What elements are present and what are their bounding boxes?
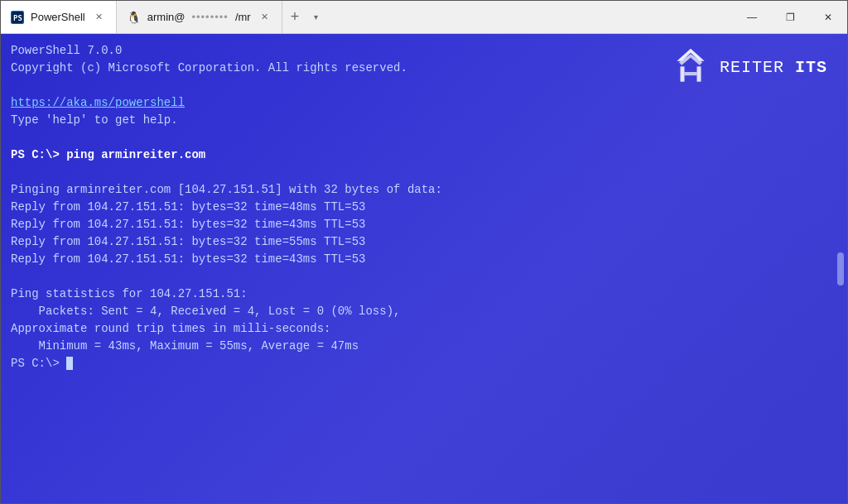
- line-reply-3: Reply from 104.27.151.51: bytes=32 time=…: [11, 233, 837, 251]
- tab-powershell-label: PowerShell: [31, 11, 85, 23]
- window-controls: — ❐ ✕: [733, 1, 847, 33]
- terminal-cursor: [66, 357, 73, 370]
- linux-icon: 🐧: [127, 11, 141, 24]
- titlebar: PS PowerShell ✕ 🐧 armin@ •••••••• /mr ✕ …: [1, 1, 847, 34]
- tab-linux-path: /mr: [235, 11, 251, 23]
- maximize-icon: ❐: [786, 12, 795, 23]
- line-blank-3: [11, 164, 837, 181]
- maximize-button[interactable]: ❐: [771, 1, 809, 33]
- tab-linux-masked: ••••••••: [191, 11, 228, 23]
- terminal[interactable]: REITER ITS PowerShell 7.0.0 Copyright (c…: [1, 34, 847, 503]
- new-tab-icon: +: [291, 8, 300, 26]
- tab-linux-close[interactable]: ✕: [258, 10, 272, 24]
- dropdown-icon: ▾: [314, 12, 318, 22]
- line-ping-cmd: PS C:\> ping arminreiter.com: [11, 146, 837, 164]
- tab-linux[interactable]: 🐧 armin@ •••••••• /mr ✕: [117, 1, 282, 33]
- line-reply-4: Reply from 104.27.151.51: bytes=32 time=…: [11, 251, 837, 268]
- tab-dropdown-button[interactable]: ▾: [307, 1, 325, 33]
- line-blank-4: [11, 268, 837, 286]
- line-reply-1: Reply from 104.27.151.51: bytes=32 time=…: [11, 199, 837, 216]
- line-approx: Approximate round trip times in milli-se…: [11, 320, 837, 338]
- line-times: Minimum = 43ms, Maximum = 55ms, Average …: [11, 338, 837, 355]
- line-stats-header: Ping statistics for 104.27.151.51:: [11, 286, 837, 303]
- minimize-button[interactable]: —: [733, 1, 771, 33]
- logo-mark: [670, 47, 711, 89]
- svg-rect-6: [684, 72, 696, 75]
- logo-text: REITER ITS: [720, 55, 827, 80]
- logo: REITER ITS: [670, 47, 827, 89]
- svg-text:PS: PS: [13, 14, 22, 22]
- window: PS PowerShell ✕ 🐧 armin@ •••••••• /mr ✕ …: [0, 0, 848, 504]
- line-help: Type 'help' to get help.: [11, 112, 837, 129]
- tab-group: PS PowerShell ✕ 🐧 armin@ •••••••• /mr ✕ …: [1, 1, 367, 33]
- new-tab-button[interactable]: +: [282, 1, 308, 33]
- line-prompt: PS C:\>: [11, 355, 837, 372]
- line-reply-2: Reply from 104.27.151.51: bytes=32 time=…: [11, 216, 837, 233]
- line-link: https://aka.ms/powershell: [11, 94, 837, 112]
- svg-rect-5: [696, 66, 701, 81]
- close-icon: ✕: [824, 12, 832, 23]
- tab-powershell-close[interactable]: ✕: [92, 10, 106, 24]
- svg-rect-4: [680, 66, 684, 81]
- tab-linux-user: armin@: [147, 11, 186, 23]
- scrollbar[interactable]: [837, 252, 844, 286]
- terminal-output: PowerShell 7.0.0 Copyright (c) Microsoft…: [11, 42, 837, 372]
- close-button[interactable]: ✕: [809, 1, 847, 33]
- minimize-icon: —: [747, 12, 757, 23]
- line-blank-2: [11, 129, 837, 146]
- tab-powershell[interactable]: PS PowerShell ✕: [1, 1, 117, 33]
- powershell-icon: PS: [11, 11, 24, 24]
- line-packets: Packets: Sent = 4, Received = 4, Lost = …: [11, 303, 837, 320]
- line-pinging: Pinging arminreiter.com [104.27.151.51] …: [11, 181, 837, 199]
